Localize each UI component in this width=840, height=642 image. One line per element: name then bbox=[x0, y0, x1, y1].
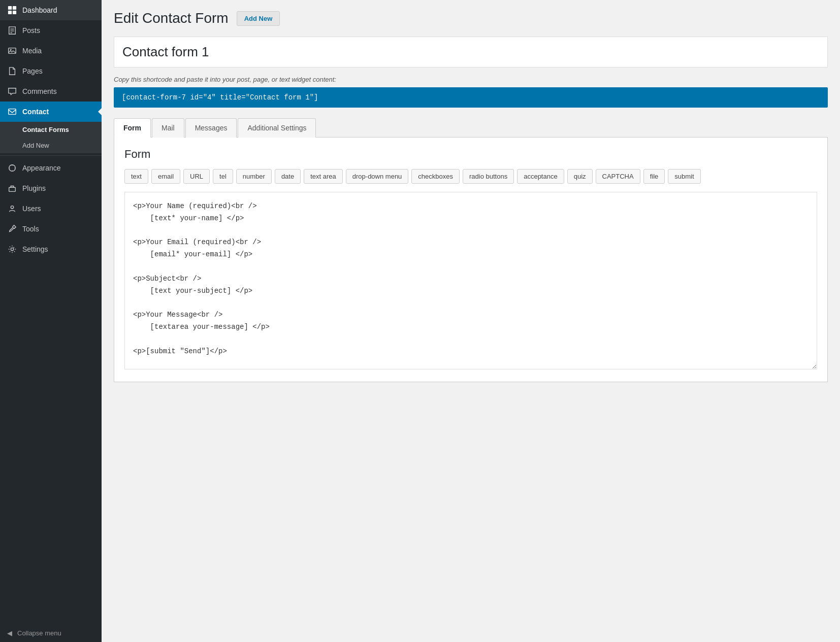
svg-rect-7 bbox=[9, 48, 16, 54]
pages-icon bbox=[7, 66, 17, 76]
sidebar-item-settings[interactable]: Settings bbox=[0, 239, 102, 259]
sidebar-item-label: Dashboard bbox=[22, 6, 57, 14]
field-btn-text-area[interactable]: text area bbox=[304, 169, 343, 184]
sidebar-item-label: Media bbox=[22, 47, 42, 55]
form-panel-title: Form bbox=[124, 148, 817, 161]
sidebar-item-label: Settings bbox=[22, 245, 48, 253]
tab-form[interactable]: Form bbox=[114, 118, 151, 138]
sidebar-item-pages[interactable]: Pages bbox=[0, 61, 102, 81]
comments-icon bbox=[7, 86, 17, 96]
sidebar-item-label: Appearance bbox=[22, 164, 61, 172]
field-btn-text[interactable]: text bbox=[124, 169, 148, 184]
field-buttons-row: textemailURLtelnumberdatetext areadrop-d… bbox=[124, 169, 817, 184]
sidebar-item-users[interactable]: Users bbox=[0, 198, 102, 219]
sidebar-item-label: Posts bbox=[22, 26, 40, 35]
sidebar-item-label: Plugins bbox=[22, 184, 46, 192]
field-btn-drop-down-menu[interactable]: drop-down menu bbox=[346, 169, 409, 184]
submenu-item-add-new[interactable]: Add New bbox=[0, 138, 102, 153]
contact-arrow-icon bbox=[95, 108, 102, 116]
sidebar-item-comments[interactable]: Comments bbox=[0, 81, 102, 102]
sidebar-item-label: Comments bbox=[22, 87, 57, 95]
svg-rect-2 bbox=[8, 11, 12, 14]
shortcode-label: Copy this shortcode and paste it into yo… bbox=[114, 76, 828, 83]
tab-mail[interactable]: Mail bbox=[152, 118, 184, 138]
shortcode-bar[interactable]: [contact-form-7 id="4" title="Contact fo… bbox=[114, 87, 828, 108]
tab-messages-label: Messages bbox=[195, 124, 228, 132]
field-btn-quiz[interactable]: quiz bbox=[567, 169, 593, 184]
sidebar-item-appearance[interactable]: Appearance bbox=[0, 158, 102, 178]
sidebar-item-label: Users bbox=[22, 205, 41, 213]
svg-rect-11 bbox=[9, 187, 16, 191]
collapse-menu-button[interactable]: ◀ Collapse menu bbox=[0, 624, 102, 642]
svg-point-12 bbox=[11, 206, 13, 209]
sidebar-item-label: Tools bbox=[22, 225, 39, 233]
sidebar-item-plugins[interactable]: Plugins bbox=[0, 178, 102, 198]
sidebar-item-media[interactable]: Media bbox=[0, 41, 102, 61]
sidebar-divider bbox=[0, 155, 102, 156]
field-btn-checkboxes[interactable]: checkboxes bbox=[411, 169, 460, 184]
sidebar-item-tools[interactable]: Tools bbox=[0, 219, 102, 239]
form-code-editor[interactable] bbox=[124, 192, 817, 369]
add-new-button[interactable]: Add New bbox=[237, 11, 280, 26]
posts-icon bbox=[7, 25, 17, 36]
svg-rect-9 bbox=[9, 109, 16, 115]
tab-additional-settings-label: Additional Settings bbox=[247, 124, 306, 132]
field-btn-acceptance[interactable]: acceptance bbox=[517, 169, 564, 184]
contact-submenu: Contact Forms Add New bbox=[0, 122, 102, 153]
settings-icon bbox=[7, 244, 17, 254]
field-btn-file[interactable]: file bbox=[643, 169, 665, 184]
tab-additional-settings[interactable]: Additional Settings bbox=[238, 118, 316, 138]
svg-rect-3 bbox=[13, 11, 16, 14]
tabs-container: Form Mail Messages Additional Settings bbox=[114, 118, 828, 138]
plugins-icon bbox=[7, 183, 17, 193]
svg-rect-0 bbox=[8, 6, 12, 10]
field-btn-submit[interactable]: submit bbox=[668, 169, 700, 184]
field-btn-captcha[interactable]: CAPTCHA bbox=[596, 169, 640, 184]
contact-icon bbox=[7, 107, 17, 117]
media-icon bbox=[7, 46, 17, 56]
svg-point-8 bbox=[10, 49, 12, 51]
users-icon bbox=[7, 204, 17, 214]
appearance-icon bbox=[7, 163, 17, 173]
svg-point-10 bbox=[9, 165, 16, 172]
field-btn-number[interactable]: number bbox=[236, 169, 272, 184]
tab-mail-label: Mail bbox=[161, 124, 175, 132]
form-name-input[interactable] bbox=[122, 44, 819, 60]
sidebar-item-label: Pages bbox=[22, 67, 43, 75]
submenu-label: Add New bbox=[22, 142, 49, 149]
tab-form-label: Form bbox=[123, 124, 141, 132]
field-btn-email[interactable]: email bbox=[151, 169, 180, 184]
collapse-label: Collapse menu bbox=[17, 629, 61, 637]
submenu-item-contact-forms[interactable]: Contact Forms bbox=[0, 122, 102, 138]
svg-point-13 bbox=[11, 248, 13, 250]
field-btn-date[interactable]: date bbox=[275, 169, 301, 184]
field-btn-url[interactable]: URL bbox=[183, 169, 210, 184]
sidebar-item-dashboard[interactable]: Dashboard bbox=[0, 0, 102, 20]
page-header: Edit Contact Form Add New bbox=[114, 10, 828, 26]
shortcode-value: [contact-form-7 id="4" title="Contact fo… bbox=[122, 93, 318, 102]
tab-panel-form: Form textemailURLtelnumberdatetext aread… bbox=[114, 138, 828, 382]
field-btn-radio-buttons[interactable]: radio buttons bbox=[463, 169, 514, 184]
field-btn-tel[interactable]: tel bbox=[213, 169, 233, 184]
dashboard-icon bbox=[7, 5, 17, 15]
main-content: Edit Contact Form Add New Copy this shor… bbox=[102, 0, 840, 642]
sidebar-item-contact[interactable]: Contact bbox=[0, 102, 102, 122]
sidebar-item-label: Contact bbox=[22, 108, 49, 116]
tools-icon bbox=[7, 224, 17, 234]
sidebar: Dashboard Posts Media Pages Comments Con… bbox=[0, 0, 102, 642]
submenu-label: Contact Forms bbox=[22, 126, 69, 133]
sidebar-item-posts[interactable]: Posts bbox=[0, 20, 102, 41]
form-name-box bbox=[114, 37, 828, 67]
svg-rect-1 bbox=[13, 6, 16, 10]
collapse-icon: ◀ bbox=[7, 629, 12, 637]
page-title: Edit Contact Form bbox=[114, 10, 229, 26]
tab-messages[interactable]: Messages bbox=[185, 118, 237, 138]
